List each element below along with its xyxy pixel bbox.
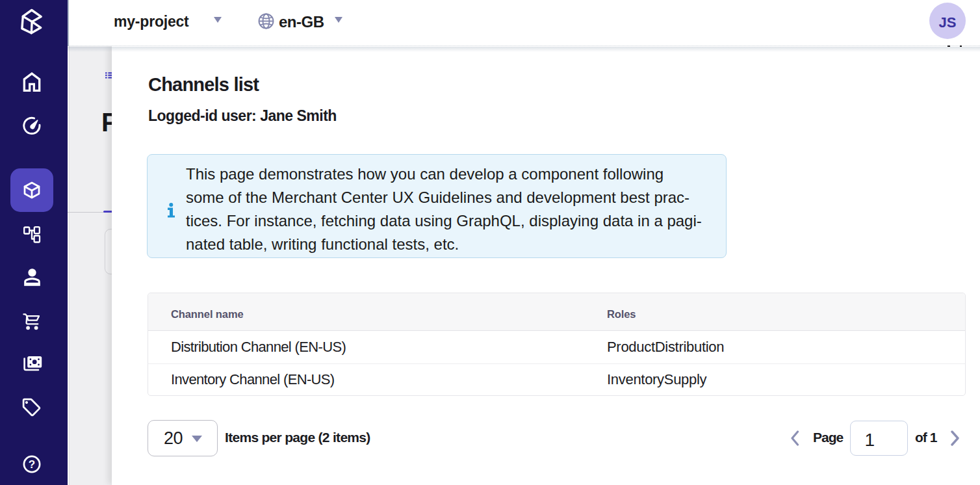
- svg-text:?: ?: [29, 458, 35, 471]
